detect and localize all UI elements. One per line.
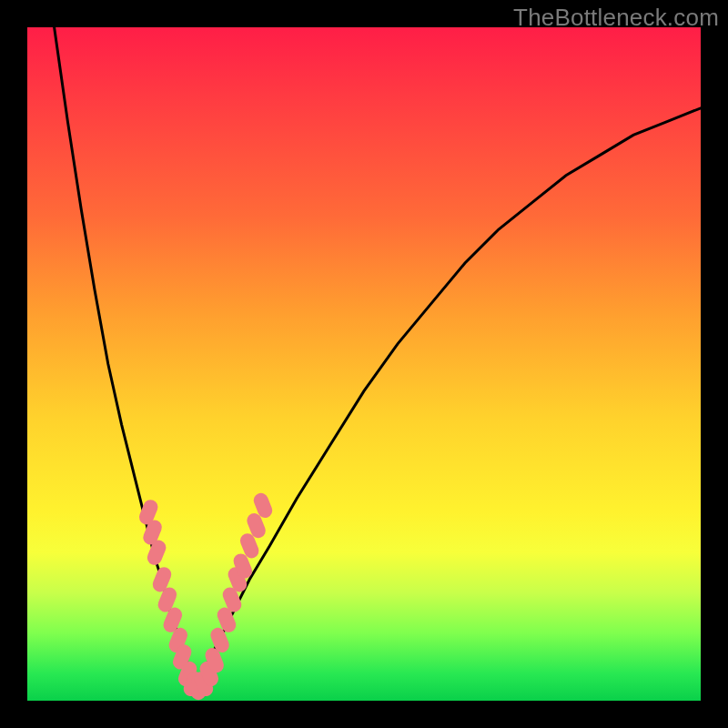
watermark-text: TheBottleneck.com bbox=[513, 4, 719, 32]
plot-area bbox=[27, 27, 701, 701]
curve-left-branch bbox=[55, 27, 196, 687]
outer-frame: TheBottleneck.com bbox=[0, 0, 728, 728]
curve-layer bbox=[27, 27, 701, 701]
curve-right-branch bbox=[196, 108, 701, 687]
